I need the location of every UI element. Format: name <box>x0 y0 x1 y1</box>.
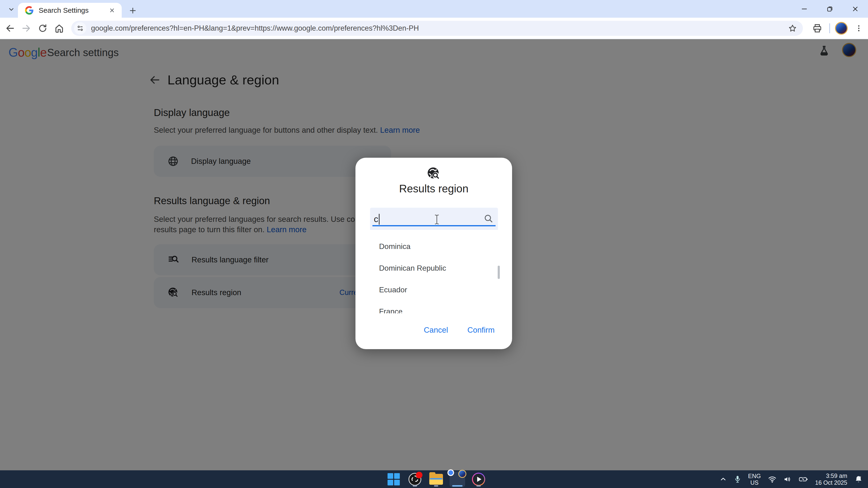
chrome-profile-badge <box>458 470 466 478</box>
site-settings-button[interactable] <box>74 22 86 34</box>
taskbar-tray: ENGUS 3:59 am16 Oct 2025 z <box>719 470 863 488</box>
clock[interactable]: 3:59 am16 Oct 2025 <box>815 473 847 486</box>
reload-icon <box>38 24 48 33</box>
globe-search-icon <box>427 166 441 182</box>
text-caret <box>379 214 379 225</box>
star-icon <box>788 24 797 33</box>
print-button[interactable] <box>811 22 823 34</box>
arrow-left-icon <box>5 23 15 33</box>
microphone-tray-button[interactable] <box>734 475 741 483</box>
wifi-icon <box>768 476 776 483</box>
language-indicator[interactable]: ENGUS <box>748 473 761 486</box>
media-player-icon <box>472 473 485 486</box>
cancel-button[interactable]: Cancel <box>422 323 450 337</box>
battery-tray-button[interactable] <box>799 476 808 483</box>
list-scrollbar-thumb[interactable] <box>498 266 500 279</box>
browser-toolbar: google.com/preferences?hl=en-PH&lang=1&p… <box>0 18 868 39</box>
region-option[interactable]: Dominica <box>355 235 512 257</box>
search-icon <box>483 214 494 225</box>
volume-tray-button[interactable] <box>783 476 792 483</box>
file-explorer-icon <box>429 474 443 485</box>
home-button[interactable] <box>54 23 65 34</box>
plus-icon <box>129 7 136 14</box>
browser-titlebar: Search Settings <box>0 0 868 18</box>
search-input-value: c <box>374 214 379 225</box>
windows-logo-icon <box>388 473 400 485</box>
running-indicator <box>476 485 481 487</box>
region-option[interactable]: Ecuador <box>355 279 512 300</box>
running-indicator <box>413 485 417 487</box>
google-favicon-icon <box>25 6 33 14</box>
microphone-icon <box>734 475 741 483</box>
window-restore-button[interactable] <box>817 0 842 18</box>
chevron-down-icon <box>8 6 15 13</box>
running-indicator <box>434 485 438 487</box>
dialog-actions: Cancel Confirm <box>422 323 497 337</box>
start-button[interactable] <box>386 471 401 487</box>
region-option[interactable]: Dominican Republic <box>355 257 512 279</box>
reload-button[interactable] <box>37 23 48 34</box>
battery-charging-icon <box>799 476 808 483</box>
region-option[interactable]: France <box>355 300 512 313</box>
recording-badge <box>416 472 423 478</box>
taskbar-media-player[interactable] <box>471 471 486 487</box>
window-close-button[interactable] <box>842 0 868 18</box>
printer-icon <box>812 23 823 33</box>
wifi-tray-button[interactable] <box>768 476 776 483</box>
tab-search-button[interactable] <box>4 4 19 14</box>
browser-profile-avatar[interactable] <box>835 22 848 35</box>
tab-title: Search Settings <box>39 6 107 14</box>
new-tab-button[interactable] <box>127 5 138 16</box>
tab-close-button[interactable] <box>107 6 117 15</box>
home-icon <box>54 23 64 33</box>
window-minimize-button[interactable] <box>792 0 817 18</box>
browser-menu-button[interactable] <box>854 22 864 34</box>
back-button[interactable] <box>5 23 16 34</box>
taskbar-obs[interactable] <box>407 471 423 487</box>
kebab-menu-icon <box>855 24 863 32</box>
active-running-indicator <box>452 485 463 487</box>
forward-button[interactable] <box>21 23 32 34</box>
notification-center-button[interactable]: z <box>854 475 863 484</box>
obs-icon <box>408 473 421 486</box>
dialog-title: Results region <box>355 182 512 195</box>
ibeam-mouse-cursor <box>434 214 440 226</box>
bell-snooze-icon: z <box>854 475 863 484</box>
arrow-right-icon <box>21 23 31 33</box>
input-focus-underline <box>372 225 496 226</box>
restore-icon <box>827 6 833 12</box>
svg-text:z: z <box>860 476 861 478</box>
url-bar[interactable]: google.com/preferences?hl=en-PH&lang=1&p… <box>71 21 803 36</box>
bookmark-button[interactable] <box>787 23 798 33</box>
taskbar-file-explorer[interactable] <box>428 471 444 487</box>
speaker-icon <box>783 476 792 483</box>
region-search-input[interactable]: c <box>370 208 498 230</box>
tray-overflow-button[interactable] <box>719 476 727 483</box>
window-controls <box>792 0 868 18</box>
windows-taskbar: ENGUS 3:59 am16 Oct 2025 z <box>0 470 868 488</box>
taskbar-chrome[interactable] <box>450 471 465 487</box>
page-viewport: Google Search settings Language & region… <box>0 39 868 470</box>
results-region-dialog: Results region c Dominica Dominican Repu… <box>355 158 512 349</box>
region-options-list[interactable]: Dominica Dominican Republic Ecuador Fran… <box>355 235 512 313</box>
close-icon <box>109 7 115 13</box>
url-text[interactable]: google.com/preferences?hl=en-PH&lang=1&p… <box>91 24 787 33</box>
close-icon <box>852 6 859 12</box>
toolbar-divider <box>829 23 830 33</box>
confirm-button[interactable]: Confirm <box>465 323 497 337</box>
taskbar-center-apps <box>386 470 486 488</box>
chevron-up-icon <box>719 476 727 483</box>
minimize-icon <box>801 6 808 12</box>
site-controls-icon <box>76 25 84 32</box>
browser-tab[interactable]: Search Settings <box>18 3 122 18</box>
